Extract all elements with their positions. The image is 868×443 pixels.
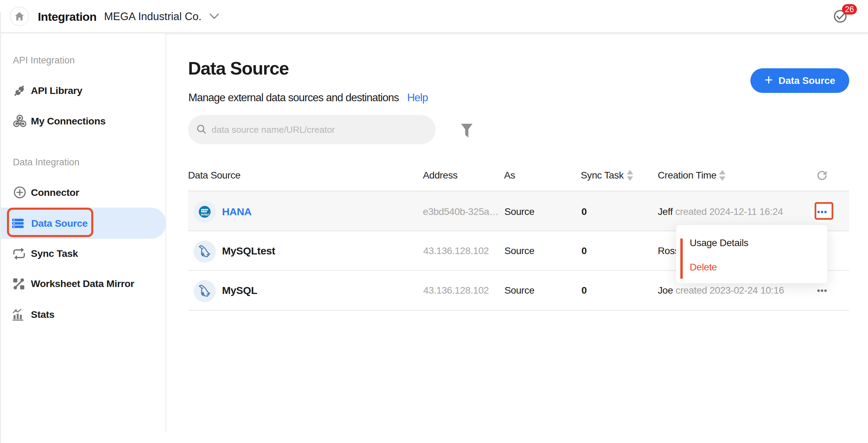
svg-text:SAP: SAP [202, 209, 207, 212]
svg-text:HANA: HANA [201, 213, 210, 216]
